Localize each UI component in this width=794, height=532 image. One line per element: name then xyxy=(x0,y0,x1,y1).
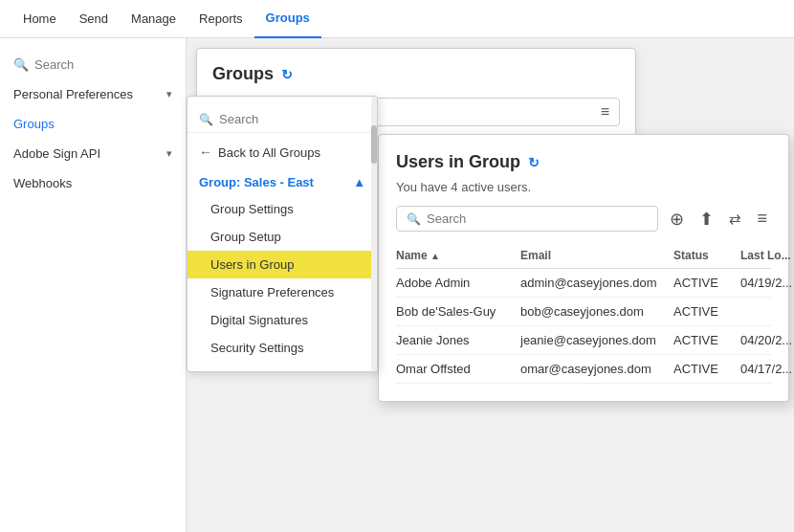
sidebar: 🔍 Personal Preferences ▾ Groups Adobe Si… xyxy=(0,38,187,532)
back-arrow-icon: ← xyxy=(199,144,212,160)
back-to-all-groups[interactable]: ← Back to All Groups xyxy=(187,139,377,166)
overlay-search-icon: 🔍 xyxy=(199,113,213,126)
group-label: Group: Sales - East xyxy=(199,175,314,189)
users-search-icon: 🔍 xyxy=(407,212,421,226)
sidebar-search-icon: 🔍 xyxy=(13,57,29,72)
sidebar-personal-preferences[interactable]: Personal Preferences ▾ xyxy=(0,79,186,109)
menu-digital-signatures[interactable]: Digital Signatures xyxy=(187,306,377,334)
user-row-3[interactable]: Jeanie Jones jeanie@caseyjones.dom ACTIV… xyxy=(396,326,771,355)
ucol-lastlogin[interactable]: Last Lo... xyxy=(740,249,794,262)
content-area: Groups ↻ 🔍 ≡ Name ▲ # of Users Administr… xyxy=(187,38,794,532)
menu-security-settings[interactable]: Security Settings xyxy=(187,334,377,362)
add-user-icon[interactable]: ⊕ xyxy=(666,207,688,232)
sidebar-search-input[interactable] xyxy=(34,57,172,72)
user-lastlogin-2 xyxy=(740,304,794,319)
top-nav: Home Send Manage Reports Groups xyxy=(0,0,794,38)
user-row-4[interactable]: Omar Offsted omar@caseyjones.dom ACTIVE … xyxy=(396,355,771,384)
refresh-icon[interactable]: ↻ xyxy=(281,67,293,82)
sidebar-groups[interactable]: Groups xyxy=(0,109,186,139)
user-name-2: Bob de'Sales-Guy xyxy=(396,304,520,319)
nav-send[interactable]: Send xyxy=(68,0,120,38)
user-status-4: ACTIVE xyxy=(673,362,740,376)
users-panel-title: Users in Group ↻ xyxy=(396,152,771,172)
user-lastlogin-3: 04/20/2... xyxy=(740,333,794,347)
active-count: You have 4 active users. xyxy=(396,180,771,194)
user-lastlogin-4: 04/17/2... xyxy=(740,362,794,376)
group-header[interactable]: Group: Sales - East ▲ xyxy=(187,169,377,195)
users-search-bar: 🔍 xyxy=(396,206,658,232)
overlay-sidebar: 🔍 ← Back to All Groups Group: Sales - Ea… xyxy=(187,96,378,372)
user-email-1: admin@caseyjones.dom xyxy=(520,276,673,290)
back-label: Back to All Groups xyxy=(218,145,320,160)
ucol-name[interactable]: Name ▲ xyxy=(396,249,520,262)
user-status-2: ACTIVE xyxy=(673,304,740,319)
menu-group-settings[interactable]: Group Settings xyxy=(187,195,377,223)
chevron-down-icon: ▾ xyxy=(166,88,172,100)
nav-groups[interactable]: Groups xyxy=(254,0,321,38)
share-icon[interactable]: ⇄ xyxy=(725,209,745,230)
nav-reports[interactable]: Reports xyxy=(187,0,254,38)
users-panel: Users in Group ↻ You have 4 active users… xyxy=(378,134,789,402)
chevron-down-icon-2: ▾ xyxy=(166,147,172,160)
user-name-1: Adobe Admin xyxy=(396,276,520,290)
users-table-header: Name ▲ Email Status Last Lo... xyxy=(396,243,771,269)
adobe-sign-api-label: Adobe Sign API xyxy=(13,146,100,161)
menu-users-in-group[interactable]: Users in Group xyxy=(187,251,377,278)
nav-home[interactable]: Home xyxy=(11,0,68,38)
user-status-3: ACTIVE xyxy=(673,333,740,347)
users-toolbar: 🔍 ⊕ ⬆ ⇄ ≡ xyxy=(396,206,771,232)
scroll-thumb[interactable] xyxy=(371,125,377,164)
user-row-2[interactable]: Bob de'Sales-Guy bob@caseyjones.dom ACTI… xyxy=(396,298,771,326)
sidebar-search-container: 🔍 xyxy=(0,50,186,79)
user-email-3: jeanie@caseyjones.dom xyxy=(520,333,673,347)
users-refresh-icon[interactable]: ↻ xyxy=(528,155,540,170)
menu-icon[interactable]: ≡ xyxy=(753,207,771,231)
personal-preferences-label: Personal Preferences xyxy=(13,87,133,101)
menu-signature-preferences[interactable]: Signature Preferences xyxy=(187,278,377,306)
ucol-email[interactable]: Email xyxy=(520,249,673,262)
user-name-4: Omar Offsted xyxy=(396,362,520,376)
users-search-input[interactable] xyxy=(427,211,648,226)
groups-panel-title: Groups ↻ xyxy=(212,64,620,84)
export-icon[interactable]: ⬆ xyxy=(695,207,717,232)
user-lastlogin-1: 04/19/2... xyxy=(740,276,794,290)
chevron-up-icon: ▲ xyxy=(353,175,365,189)
user-email-2: bob@caseyjones.dom xyxy=(520,304,673,319)
sidebar-adobe-sign-api[interactable]: Adobe Sign API ▾ xyxy=(0,139,186,168)
user-row-1[interactable]: Adobe Admin admin@caseyjones.dom ACTIVE … xyxy=(396,269,771,298)
menu-group-setup[interactable]: Group Setup xyxy=(187,223,377,251)
overlay-search-input[interactable] xyxy=(219,112,365,126)
main-layout: 🔍 Personal Preferences ▾ Groups Adobe Si… xyxy=(0,38,794,532)
ucol-status[interactable]: Status xyxy=(673,249,740,262)
user-email-4: omar@caseyjones.dom xyxy=(520,362,673,376)
user-name-3: Jeanie Jones xyxy=(396,333,520,347)
scrollbar[interactable] xyxy=(371,97,377,371)
nav-manage[interactable]: Manage xyxy=(120,0,187,38)
user-status-1: ACTIVE xyxy=(673,276,740,290)
overlay-search-container: 🔍 xyxy=(187,106,377,133)
sidebar-webhooks[interactable]: Webhooks xyxy=(0,168,186,198)
groups-menu-icon[interactable]: ≡ xyxy=(601,103,609,121)
